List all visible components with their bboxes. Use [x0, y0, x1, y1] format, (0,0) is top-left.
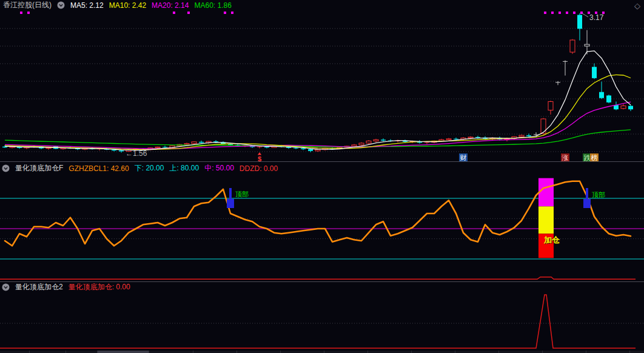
scrollbar-tick [65, 351, 66, 353]
low-price-label: ←1.56 [126, 150, 147, 157]
indicator-name[interactable]: 量化顶底加仓F [15, 163, 63, 173]
scrollbar-tick [367, 351, 368, 353]
add-position-label: 加仓 [544, 236, 560, 244]
ddzd-value: DDZD: 0.00 [240, 164, 278, 173]
scrollbar-tick [542, 351, 543, 353]
scrollbar-tick [97, 351, 98, 353]
scrollbar-tick [586, 351, 586, 353]
high-price-label: 3.17 [589, 14, 603, 21]
chevron-down-icon[interactable] [57, 1, 65, 9]
oscillator-panel[interactable] [0, 162, 644, 281]
chevron-down-icon[interactable] [2, 164, 10, 172]
top-signal-label-1: 顶部 [235, 191, 249, 198]
horizontal-scrollbar[interactable] [0, 351, 644, 353]
svg-text:$: $ [258, 155, 261, 161]
scrollbar-tick [498, 351, 499, 353]
svg-text:涨: 涨 [562, 154, 569, 161]
gzhzbcl1-value: GZHZBCL1: 42.60 [69, 164, 129, 173]
scrollbar-tick [455, 351, 455, 353]
lower-band-value: 下: 20.00 [135, 163, 164, 173]
scrollbar-tick [149, 351, 149, 353]
ma5-value: MA5: 2.12 [70, 1, 104, 10]
diamond-icon[interactable]: ◇ [634, 1, 640, 10]
ma20-value: MA20: 2.14 [152, 1, 189, 10]
top-signal-label-2: 顶部 [592, 192, 605, 198]
stock-title[interactable]: 香江控股(日线) [3, 0, 52, 10]
middle-band-value: 中: 50.00 [204, 163, 234, 173]
ma60-value: MA60: 1.86 [194, 1, 231, 10]
svg-text:榜: 榜 [591, 154, 598, 161]
chart-title-bar: 香江控股(日线) MA5: 2.12 MA10: 2.42 MA20: 2.14… [3, 0, 232, 10]
ma10-value: MA10: 2.42 [109, 1, 146, 10]
signal-indicator-value: 量化顶底加仓: 0.00 [69, 282, 130, 292]
scrollbar-tick [324, 351, 324, 353]
scrollbar-tick [629, 351, 630, 353]
scrollbar-tick [411, 351, 412, 353]
svg-text:跌: 跌 [584, 154, 591, 161]
scrollbar-tick [29, 351, 30, 353]
scrollbar-thumb[interactable] [97, 351, 149, 353]
tdx-app-window: 香江控股(日线) MA5: 2.12 MA10: 2.42 MA20: 2.14… [0, 0, 644, 353]
scrollbar-tick [236, 351, 237, 353]
indicator-panel-header: 量化顶底加仓F GZHZBCL1: 42.60 下: 20.00 上: 80.0… [2, 163, 278, 173]
chevron-down-icon[interactable] [2, 283, 10, 291]
signal-panel-header: 量化顶底加仓2 量化顶底加仓: 0.00 [2, 282, 130, 292]
panel-divider-1[interactable] [0, 161, 644, 162]
upper-band-value: 上: 80.00 [169, 163, 199, 173]
signal-indicator-name[interactable]: 量化顶底加仓2 [15, 282, 63, 292]
svg-text:财: 财 [460, 154, 467, 161]
scrollbar-tick [280, 351, 281, 353]
scrollbar-tick [193, 351, 193, 353]
main-candlestick-chart[interactable]: $财涨跌榜 [0, 10, 644, 161]
